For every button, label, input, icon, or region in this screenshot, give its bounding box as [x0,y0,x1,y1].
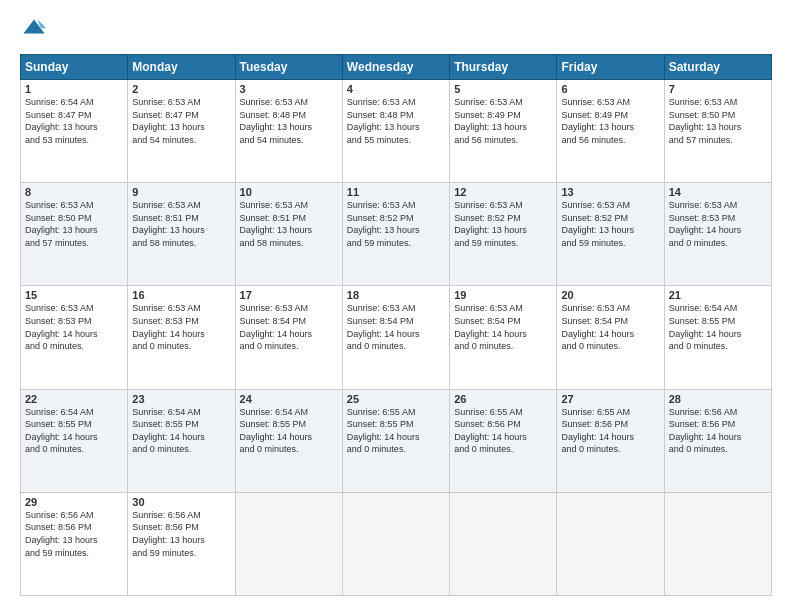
calendar-row: 8 Sunrise: 6:53 AMSunset: 8:50 PMDayligh… [21,183,772,286]
day-number: 29 [25,496,123,508]
calendar-cell [235,492,342,595]
day-info: Sunrise: 6:53 AMSunset: 8:54 PMDaylight:… [240,302,338,352]
calendar-cell [664,492,771,595]
day-number: 5 [454,83,552,95]
day-info: Sunrise: 6:53 AMSunset: 8:53 PMDaylight:… [132,302,230,352]
calendar-cell: 21 Sunrise: 6:54 AMSunset: 8:55 PMDaylig… [664,286,771,389]
calendar-cell: 20 Sunrise: 6:53 AMSunset: 8:54 PMDaylig… [557,286,664,389]
day-number: 28 [669,393,767,405]
day-number: 10 [240,186,338,198]
day-info: Sunrise: 6:55 AMSunset: 8:56 PMDaylight:… [561,406,659,456]
day-number: 21 [669,289,767,301]
calendar-cell: 12 Sunrise: 6:53 AMSunset: 8:52 PMDaylig… [450,183,557,286]
calendar-row: 15 Sunrise: 6:53 AMSunset: 8:53 PMDaylig… [21,286,772,389]
calendar-row: 29 Sunrise: 6:56 AMSunset: 8:56 PMDaylig… [21,492,772,595]
day-info: Sunrise: 6:53 AMSunset: 8:53 PMDaylight:… [25,302,123,352]
calendar-cell: 8 Sunrise: 6:53 AMSunset: 8:50 PMDayligh… [21,183,128,286]
calendar-header-row: SundayMondayTuesdayWednesdayThursdayFrid… [21,55,772,80]
calendar-cell: 9 Sunrise: 6:53 AMSunset: 8:51 PMDayligh… [128,183,235,286]
day-number: 18 [347,289,445,301]
day-number: 20 [561,289,659,301]
day-number: 27 [561,393,659,405]
day-info: Sunrise: 6:53 AMSunset: 8:54 PMDaylight:… [454,302,552,352]
calendar-cell: 15 Sunrise: 6:53 AMSunset: 8:53 PMDaylig… [21,286,128,389]
day-info: Sunrise: 6:53 AMSunset: 8:51 PMDaylight:… [132,199,230,249]
calendar-header-wednesday: Wednesday [342,55,449,80]
calendar-cell: 24 Sunrise: 6:54 AMSunset: 8:55 PMDaylig… [235,389,342,492]
day-info: Sunrise: 6:53 AMSunset: 8:51 PMDaylight:… [240,199,338,249]
day-number: 17 [240,289,338,301]
day-info: Sunrise: 6:54 AMSunset: 8:55 PMDaylight:… [25,406,123,456]
calendar-row: 1 Sunrise: 6:54 AMSunset: 8:47 PMDayligh… [21,80,772,183]
day-number: 26 [454,393,552,405]
calendar-cell: 23 Sunrise: 6:54 AMSunset: 8:55 PMDaylig… [128,389,235,492]
day-number: 24 [240,393,338,405]
calendar-cell: 28 Sunrise: 6:56 AMSunset: 8:56 PMDaylig… [664,389,771,492]
day-number: 2 [132,83,230,95]
day-info: Sunrise: 6:53 AMSunset: 8:52 PMDaylight:… [454,199,552,249]
calendar-cell: 10 Sunrise: 6:53 AMSunset: 8:51 PMDaylig… [235,183,342,286]
day-info: Sunrise: 6:54 AMSunset: 8:55 PMDaylight:… [240,406,338,456]
day-number: 1 [25,83,123,95]
day-info: Sunrise: 6:53 AMSunset: 8:48 PMDaylight:… [240,96,338,146]
day-number: 11 [347,186,445,198]
calendar-cell: 14 Sunrise: 6:53 AMSunset: 8:53 PMDaylig… [664,183,771,286]
day-info: Sunrise: 6:56 AMSunset: 8:56 PMDaylight:… [132,509,230,559]
calendar-cell: 11 Sunrise: 6:53 AMSunset: 8:52 PMDaylig… [342,183,449,286]
calendar-cell: 2 Sunrise: 6:53 AMSunset: 8:47 PMDayligh… [128,80,235,183]
calendar-cell: 1 Sunrise: 6:54 AMSunset: 8:47 PMDayligh… [21,80,128,183]
day-info: Sunrise: 6:53 AMSunset: 8:52 PMDaylight:… [347,199,445,249]
calendar-cell [557,492,664,595]
day-number: 22 [25,393,123,405]
calendar-header-saturday: Saturday [664,55,771,80]
calendar-cell: 19 Sunrise: 6:53 AMSunset: 8:54 PMDaylig… [450,286,557,389]
day-number: 12 [454,186,552,198]
day-info: Sunrise: 6:54 AMSunset: 8:55 PMDaylight:… [669,302,767,352]
calendar-cell: 17 Sunrise: 6:53 AMSunset: 8:54 PMDaylig… [235,286,342,389]
calendar-cell: 22 Sunrise: 6:54 AMSunset: 8:55 PMDaylig… [21,389,128,492]
day-number: 6 [561,83,659,95]
day-info: Sunrise: 6:53 AMSunset: 8:47 PMDaylight:… [132,96,230,146]
calendar-cell: 29 Sunrise: 6:56 AMSunset: 8:56 PMDaylig… [21,492,128,595]
calendar-cell: 18 Sunrise: 6:53 AMSunset: 8:54 PMDaylig… [342,286,449,389]
day-info: Sunrise: 6:55 AMSunset: 8:55 PMDaylight:… [347,406,445,456]
calendar-cell: 26 Sunrise: 6:55 AMSunset: 8:56 PMDaylig… [450,389,557,492]
day-number: 13 [561,186,659,198]
calendar-cell: 5 Sunrise: 6:53 AMSunset: 8:49 PMDayligh… [450,80,557,183]
day-info: Sunrise: 6:53 AMSunset: 8:49 PMDaylight:… [454,96,552,146]
day-info: Sunrise: 6:54 AMSunset: 8:55 PMDaylight:… [132,406,230,456]
day-number: 30 [132,496,230,508]
day-number: 7 [669,83,767,95]
calendar-cell [342,492,449,595]
calendar-cell: 16 Sunrise: 6:53 AMSunset: 8:53 PMDaylig… [128,286,235,389]
day-number: 25 [347,393,445,405]
calendar-header-thursday: Thursday [450,55,557,80]
calendar-header-monday: Monday [128,55,235,80]
day-info: Sunrise: 6:55 AMSunset: 8:56 PMDaylight:… [454,406,552,456]
day-info: Sunrise: 6:53 AMSunset: 8:53 PMDaylight:… [669,199,767,249]
calendar-cell: 30 Sunrise: 6:56 AMSunset: 8:56 PMDaylig… [128,492,235,595]
day-info: Sunrise: 6:56 AMSunset: 8:56 PMDaylight:… [669,406,767,456]
header [20,16,772,44]
calendar-header-tuesday: Tuesday [235,55,342,80]
calendar-cell: 4 Sunrise: 6:53 AMSunset: 8:48 PMDayligh… [342,80,449,183]
logo [20,16,52,44]
calendar-cell: 13 Sunrise: 6:53 AMSunset: 8:52 PMDaylig… [557,183,664,286]
day-info: Sunrise: 6:53 AMSunset: 8:48 PMDaylight:… [347,96,445,146]
day-info: Sunrise: 6:53 AMSunset: 8:50 PMDaylight:… [25,199,123,249]
calendar-row: 22 Sunrise: 6:54 AMSunset: 8:55 PMDaylig… [21,389,772,492]
calendar-header-friday: Friday [557,55,664,80]
day-info: Sunrise: 6:54 AMSunset: 8:47 PMDaylight:… [25,96,123,146]
page: SundayMondayTuesdayWednesdayThursdayFrid… [0,0,792,612]
day-number: 23 [132,393,230,405]
logo-icon [20,16,48,44]
calendar-header-sunday: Sunday [21,55,128,80]
calendar-cell: 6 Sunrise: 6:53 AMSunset: 8:49 PMDayligh… [557,80,664,183]
calendar-cell: 27 Sunrise: 6:55 AMSunset: 8:56 PMDaylig… [557,389,664,492]
day-info: Sunrise: 6:56 AMSunset: 8:56 PMDaylight:… [25,509,123,559]
calendar-cell [450,492,557,595]
day-number: 19 [454,289,552,301]
day-info: Sunrise: 6:53 AMSunset: 8:52 PMDaylight:… [561,199,659,249]
calendar-cell: 3 Sunrise: 6:53 AMSunset: 8:48 PMDayligh… [235,80,342,183]
day-info: Sunrise: 6:53 AMSunset: 8:50 PMDaylight:… [669,96,767,146]
